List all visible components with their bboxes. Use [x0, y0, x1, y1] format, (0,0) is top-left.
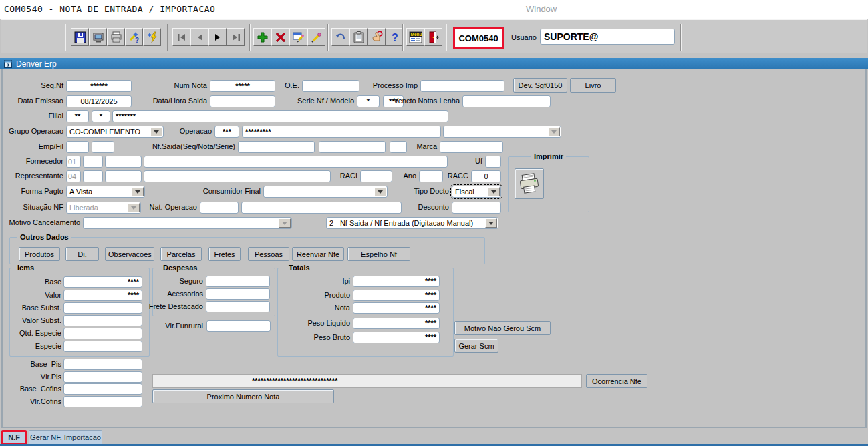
- peso-liquido-field[interactable]: ****: [353, 318, 440, 329]
- operacao-label: Operacao: [169, 127, 212, 135]
- ano-label: Ano: [399, 172, 416, 180]
- vencto-notas-lenha-field[interactable]: [462, 95, 551, 107]
- filial-field-1[interactable]: **: [66, 110, 89, 122]
- ipi-field[interactable]: ****: [353, 276, 440, 287]
- produtos-button[interactable]: Produtos: [19, 247, 60, 261]
- print-button[interactable]: [107, 28, 125, 46]
- produto-field[interactable]: ****: [353, 290, 440, 301]
- clipboard-button[interactable]: [349, 28, 368, 46]
- nat-operacao-descricao-field[interactable]: [241, 202, 402, 214]
- last-record-icon: [231, 33, 241, 41]
- fornecedor-nome-field[interactable]: [144, 156, 448, 168]
- oe-field[interactable]: [302, 80, 359, 92]
- grupo-operacao-select[interactable]: CO-COMPLEMENTO: [66, 126, 164, 138]
- nat-operacao-codigo-field[interactable]: [200, 202, 239, 214]
- di-button[interactable]: Di.: [65, 247, 99, 261]
- uf-field[interactable]: [485, 156, 501, 168]
- gerar-scm-button[interactable]: Gerar Scm: [454, 339, 498, 353]
- chevron-down-icon[interactable]: [485, 218, 497, 228]
- consumidor-final-select[interactable]: [263, 186, 388, 198]
- tab-nf[interactable]: N.F: [1, 430, 27, 445]
- tab-gerar-nf-importacao[interactable]: Gerar NF. Importacao: [29, 430, 102, 445]
- representante-seq-field[interactable]: [105, 170, 142, 182]
- num-nota-field[interactable]: *****: [210, 80, 275, 92]
- chevron-down-icon[interactable]: [132, 187, 144, 196]
- tipo-docto-select[interactable]: Fiscal: [452, 186, 501, 198]
- fil-field[interactable]: [92, 141, 114, 153]
- operacao-codigo-field[interactable]: ***: [214, 126, 239, 138]
- nf-saida-nota-field[interactable]: [319, 141, 386, 153]
- vlr-funrural-field[interactable]: [206, 320, 271, 332]
- fornecedor-codigo-field[interactable]: [83, 156, 103, 168]
- fornecedor-tipo-field[interactable]: 01: [66, 156, 81, 168]
- screen-button[interactable]: [89, 28, 107, 46]
- pessoas-button[interactable]: Pessoas: [248, 247, 289, 261]
- imprimir-button[interactable]: [515, 168, 544, 199]
- representante-codigo-field[interactable]: [83, 170, 103, 182]
- edit-record-button[interactable]: [289, 28, 307, 46]
- first-record-button[interactable]: [172, 28, 190, 46]
- last-record-button[interactable]: [227, 28, 245, 46]
- nf-saida-serie-field[interactable]: [390, 141, 407, 153]
- icms-especie-field[interactable]: [63, 341, 142, 352]
- tipo-nf-select[interactable]: 2 - Nf Saida / Nf Entrada (Digitacao Man…: [326, 217, 498, 229]
- delete-record-button[interactable]: [271, 28, 289, 46]
- nf-saida-seq-field[interactable]: [238, 141, 315, 153]
- raci-field[interactable]: [360, 170, 392, 182]
- execute-query-button[interactable]: [143, 28, 161, 46]
- data-emissao-field[interactable]: 08/12/2025: [66, 95, 132, 107]
- vencto-notas-lenha-label: Vencto Notas Lenha: [389, 97, 460, 105]
- undo-button[interactable]: [331, 28, 349, 46]
- ano-field[interactable]: [419, 170, 443, 182]
- marca-field[interactable]: [440, 141, 503, 153]
- menu-button[interactable]: Menu: [406, 28, 424, 46]
- chevron-down-icon[interactable]: [488, 187, 500, 196]
- insert-record-button[interactable]: [253, 28, 271, 46]
- vlr-pis-field[interactable]: [63, 371, 142, 383]
- parcelas-button[interactable]: Parcelas: [160, 247, 202, 261]
- filial-field-3[interactable]: *******: [112, 110, 448, 122]
- dev-sgf0150-button[interactable]: Dev. Sgf0150: [513, 78, 567, 93]
- seq-nf-field[interactable]: ******: [66, 80, 132, 92]
- operacao-descricao-field[interactable]: *********: [242, 126, 441, 138]
- racc-field[interactable]: 0: [471, 170, 501, 182]
- ocorrencia-nfe-button[interactable]: Ocorrencia Nfe: [586, 374, 647, 388]
- representante-tipo-field[interactable]: 04: [66, 170, 81, 182]
- forma-pagto-select[interactable]: A Vista: [66, 186, 145, 198]
- livro-button[interactable]: Livro: [570, 78, 616, 93]
- reenviar-nfe-button[interactable]: Reenviar Nfe: [292, 247, 344, 261]
- save-button[interactable]: [71, 28, 89, 46]
- filial-field-2[interactable]: *: [92, 110, 110, 122]
- acessorios-field[interactable]: [206, 288, 270, 300]
- desconto-field[interactable]: [452, 202, 501, 214]
- base-cofins-field[interactable]: [63, 383, 142, 395]
- previous-record-button[interactable]: [190, 28, 208, 46]
- processo-imp-field[interactable]: [420, 80, 504, 92]
- next-record-button[interactable]: [208, 28, 227, 46]
- representante-nome-field[interactable]: [144, 170, 331, 182]
- exit-button[interactable]: [424, 28, 442, 46]
- espelho-nf-button[interactable]: Espelho Nf: [347, 247, 410, 261]
- emp-field[interactable]: [66, 141, 89, 153]
- vlr-cofins-field[interactable]: [63, 396, 142, 407]
- usuario-field[interactable]: SUPORTE@: [540, 29, 675, 45]
- seguro-field[interactable]: [206, 276, 270, 287]
- list-of-values-button[interactable]: [307, 28, 325, 46]
- peso-bruto-field[interactable]: ****: [353, 332, 440, 343]
- proximo-numero-nota-button[interactable]: Proximo Numero Nota: [152, 389, 334, 403]
- data-hora-saida-field[interactable]: [210, 95, 275, 107]
- nota-field[interactable]: ****: [353, 302, 440, 314]
- chevron-down-icon[interactable]: [374, 187, 386, 196]
- serie-field[interactable]: *: [357, 95, 380, 107]
- enter-query-button[interactable]: ?: [125, 28, 143, 46]
- keys-button[interactable]: [368, 28, 386, 46]
- chevron-down-icon[interactable]: [150, 127, 162, 136]
- base-pis-field[interactable]: [63, 359, 142, 370]
- window-menu[interactable]: Window: [526, 4, 557, 14]
- observacoes-button[interactable]: Observacoes: [105, 247, 154, 261]
- help-button[interactable]: ?: [386, 28, 404, 46]
- fretes-button[interactable]: Fretes: [208, 247, 241, 261]
- frete-destacado-field[interactable]: [206, 301, 270, 312]
- fornecedor-seq-field[interactable]: [105, 156, 142, 168]
- motivo-nao-gerou-scm-button[interactable]: Motivo Nao Gerou Scm: [454, 321, 551, 335]
